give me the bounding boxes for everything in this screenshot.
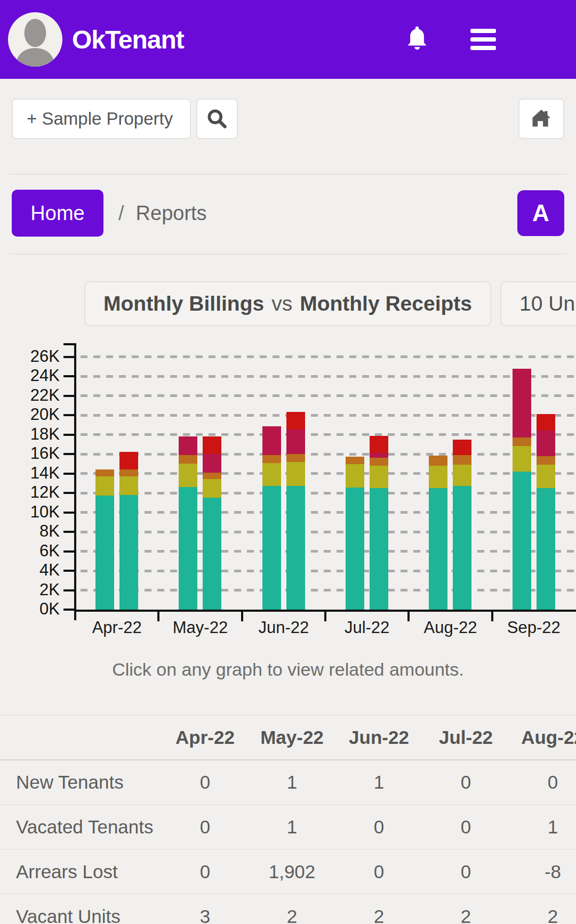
table-row: Vacated Tenants01001 xyxy=(0,805,576,849)
gridline-10k xyxy=(81,511,576,514)
gridline-24k xyxy=(81,375,576,378)
row-label: New Tenants xyxy=(0,760,162,805)
bar-monthly-receipts-jun-22[interactable] xyxy=(286,412,305,610)
y-tick-14k xyxy=(63,473,75,475)
table-cell: 0 xyxy=(509,760,576,805)
bar-monthly-receipts-sep-22[interactable] xyxy=(537,414,555,610)
table-cell: 0 xyxy=(162,805,249,849)
menu-button[interactable] xyxy=(470,29,496,50)
gridline-2k xyxy=(81,589,576,591)
y-axis-label: 26K xyxy=(0,347,60,366)
bar-segment-orange xyxy=(95,469,114,476)
y-axis-label: 22K xyxy=(0,386,60,405)
person-silhouette-icon xyxy=(8,12,62,67)
action-badge-button[interactable]: A xyxy=(517,190,564,236)
units-card: 10 Units xyxy=(500,281,576,326)
breadcrumb-home-button[interactable]: Home xyxy=(12,190,103,237)
bar-segment-yellow xyxy=(179,464,197,487)
bar-segment-yellow xyxy=(95,476,114,496)
table-cell: 1,902 xyxy=(249,849,335,894)
bar-segment-red xyxy=(119,452,138,469)
chart-caption: Click on any graph to view related amoun… xyxy=(0,658,576,681)
table-cell: 0 xyxy=(162,849,249,894)
y-axis-label: 4K xyxy=(0,561,60,580)
bar-segment-yellow xyxy=(537,465,555,488)
menu-bar xyxy=(470,46,496,50)
bar-segment-teal xyxy=(179,487,197,610)
search-button[interactable] xyxy=(196,99,238,139)
table-cell: 3 xyxy=(162,894,249,924)
gridline-6k xyxy=(81,550,576,553)
bar-segment-orange xyxy=(203,473,221,480)
divider xyxy=(10,174,566,175)
bar-monthly-receipts-aug-22[interactable] xyxy=(453,440,471,610)
bar-segment-red xyxy=(203,436,221,454)
bar-segment-yellow xyxy=(119,476,138,495)
chart-title-card: Monthly Billings vs Monthly Receipts xyxy=(84,281,491,326)
chart-title-receipts: Monthly Receipts xyxy=(300,292,472,315)
bar-monthly-receipts-jul-22[interactable] xyxy=(370,436,388,610)
bar-segment-orange xyxy=(119,469,138,476)
table-cell: 2 xyxy=(335,894,422,924)
breadcrumb: Home / Reports A xyxy=(12,190,564,237)
bar-segment-yellow xyxy=(286,462,305,487)
bar-monthly-billings-aug-22[interactable] xyxy=(429,456,447,610)
bar-segment-teal xyxy=(537,488,555,610)
x-axis-label-jun-22: Jun-22 xyxy=(242,618,325,637)
property-selector-button[interactable]: + Sample Property xyxy=(12,99,191,139)
table-cell: 0 xyxy=(335,849,422,894)
y-axis-label: 20K xyxy=(0,405,60,424)
bar-segment-yellow xyxy=(346,464,364,488)
row-label: Vacant Units xyxy=(0,894,162,924)
table-cell: 2 xyxy=(249,894,335,924)
y-tick-0k xyxy=(63,609,75,611)
table-cell: 0 xyxy=(422,849,509,894)
table-cell: 1 xyxy=(509,805,576,849)
x-axis-label-apr-22: Apr-22 xyxy=(75,618,158,637)
bar-segment-crimson xyxy=(370,453,388,458)
gridline-18k xyxy=(81,433,576,436)
bar-monthly-billings-apr-22[interactable] xyxy=(95,469,114,610)
x-axis-label-jul-22: Jul-22 xyxy=(325,618,409,637)
bar-segment-teal xyxy=(370,488,388,610)
notifications-button[interactable] xyxy=(401,23,433,55)
table-cell: 0 xyxy=(335,805,422,849)
column-header-may-22: May-22 xyxy=(249,715,335,760)
gridline-14k xyxy=(81,472,576,475)
bar-segment-crimson xyxy=(286,429,305,454)
table-cell: 2 xyxy=(422,894,509,924)
bar-monthly-receipts-may-22[interactable] xyxy=(203,436,221,610)
bar-segment-yellow xyxy=(262,463,281,486)
bar-monthly-billings-may-22[interactable] xyxy=(179,436,197,610)
table-row: New Tenants01100 xyxy=(0,760,576,805)
bar-segment-crimson xyxy=(203,454,221,473)
billings-vs-receipts-chart[interactable]: 0K2K4K6K8K10K12K14K16K18K20K22K24K26KApr… xyxy=(0,335,576,654)
y-tick-16k xyxy=(63,453,75,455)
table-cell: 0 xyxy=(162,760,249,805)
bar-segment-teal xyxy=(119,495,138,610)
bell-icon xyxy=(403,25,431,54)
table-header-row: Apr-22May-22Jun-22Jul-22Aug-22 xyxy=(0,715,576,760)
bar-segment-teal xyxy=(513,472,531,610)
bar-monthly-billings-sep-22[interactable] xyxy=(513,369,531,610)
avatar[interactable] xyxy=(8,12,62,67)
gridline-8k xyxy=(81,531,576,533)
bar-segment-crimson xyxy=(179,436,197,455)
table-cell: 0 xyxy=(422,805,509,849)
bar-segment-crimson xyxy=(262,426,281,455)
column-header-jul-22: Jul-22 xyxy=(422,715,509,760)
bar-segment-red xyxy=(537,414,555,431)
bar-segment-yellow xyxy=(453,465,471,486)
bar-segment-orange xyxy=(346,457,364,465)
bar-segment-orange xyxy=(537,456,555,465)
table-cell: 1 xyxy=(249,805,335,849)
table-cell: 0 xyxy=(422,760,509,805)
y-axis-top-cap xyxy=(63,343,75,345)
bar-segment-red xyxy=(370,436,388,453)
x-axis-label-may-22: May-22 xyxy=(158,618,242,637)
bar-monthly-receipts-apr-22[interactable] xyxy=(119,452,138,610)
bar-monthly-billings-jul-22[interactable] xyxy=(346,457,364,610)
table-corner-cell xyxy=(0,715,162,760)
bar-monthly-billings-jun-22[interactable] xyxy=(262,426,281,610)
home-button[interactable] xyxy=(518,99,564,139)
